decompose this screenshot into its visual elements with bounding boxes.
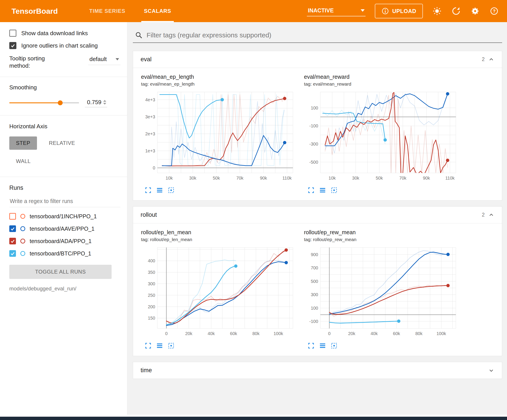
upload-button[interactable]: UPLOAD: [375, 4, 423, 18]
status-label: INACTIVE: [308, 7, 334, 14]
slider-thumb[interactable]: [58, 100, 63, 105]
run-label: tensorboard/AAVE/PPO_1: [30, 226, 95, 232]
section-eval: eval 2 eval/mean_ep_length tag: eval/mea…: [133, 51, 502, 201]
bottom-bar: [0, 417, 507, 420]
svg-text:110k: 110k: [445, 176, 455, 180]
section-time-header[interactable]: time: [133, 362, 502, 379]
run-checkbox[interactable]: [9, 238, 16, 244]
help-icon[interactable]: ?: [489, 6, 499, 16]
show-download-links-checkbox[interactable]: Show data download links: [9, 30, 120, 37]
expand-chart-icon[interactable]: [308, 342, 315, 349]
smoothing-slider[interactable]: [9, 102, 79, 103]
run-checkbox[interactable]: [9, 250, 16, 257]
chevron-up-icon[interactable]: [488, 56, 494, 62]
chart-rollout-ep-len-mean: rollout/ep_len_mean tag: rollout/ep_len_…: [141, 229, 296, 349]
svg-text:500: 500: [311, 279, 318, 284]
upload-label: UPLOAD: [392, 8, 416, 14]
svg-text:110k: 110k: [282, 176, 292, 180]
toggle-all-runs-button[interactable]: TOGGLE ALL RUNS: [9, 265, 112, 279]
svg-text:0: 0: [153, 165, 155, 170]
svg-text:700: 700: [311, 265, 318, 270]
fit-domain-icon[interactable]: [168, 187, 175, 194]
chart-tag: tag: rollout/ep_rew_mean: [304, 237, 459, 242]
expand-chart-icon[interactable]: [145, 342, 152, 349]
haxis-wall-button[interactable]: WALL: [9, 155, 37, 168]
run-row-1inch[interactable]: tensorboard/1INCH/PPO_1: [9, 213, 120, 220]
show-download-links-label: Show data download links: [21, 30, 88, 37]
ignore-outliers-label: Ignore outliers in chart scaling: [21, 42, 98, 49]
chart-canvas[interactable]: 020k40k60k80k100k900700500300100-100: [304, 244, 459, 340]
run-checkbox[interactable]: [9, 213, 16, 220]
settings-gear-icon[interactable]: [470, 6, 480, 16]
fit-domain-icon[interactable]: [331, 187, 338, 194]
runs-table-icon[interactable]: [319, 187, 326, 194]
run-row-aave[interactable]: tensorboard/AAVE/PPO_1: [9, 225, 120, 232]
svg-text:300: 300: [311, 292, 318, 297]
expand-chart-icon[interactable]: [308, 187, 315, 194]
chart-tag: tag: eval/mean_ep_length: [141, 81, 296, 87]
chart-tag: tag: eval/mean_reward: [304, 81, 459, 87]
svg-text:400: 400: [148, 258, 155, 263]
run-label: tensorboard/ADA/PPO_1: [30, 238, 92, 244]
svg-text:90k: 90k: [423, 176, 430, 180]
filter-tags-bar: [133, 30, 502, 43]
checkbox-checked-icon: [9, 42, 16, 49]
search-icon: [135, 31, 143, 39]
section-rollout: rollout 2 rollout/ep_len_mean tag: rollo…: [133, 206, 502, 356]
haxis-relative-button[interactable]: RELATIVE: [42, 137, 82, 150]
run-label: tensorboard/1INCH/PPO_1: [30, 213, 97, 220]
svg-text:100: 100: [311, 105, 318, 110]
run-color-circle-icon: [20, 251, 25, 256]
smoothing-label: Smoothing: [9, 84, 120, 91]
runs-table-icon[interactable]: [156, 342, 163, 349]
haxis-step-button[interactable]: STEP: [9, 137, 37, 150]
svg-text:30k: 30k: [352, 176, 359, 180]
runs-table-icon[interactable]: [319, 342, 326, 349]
run-row-btc[interactable]: tensorboard/BTC/PPO_1: [9, 250, 120, 257]
filter-tags-input[interactable]: [147, 31, 501, 39]
section-eval-header[interactable]: eval 2: [133, 51, 502, 68]
ignore-outliers-checkbox[interactable]: Ignore outliers in chart scaling: [9, 42, 120, 49]
fit-domain-icon[interactable]: [331, 342, 338, 349]
chart-canvas[interactable]: 020k40k60k80k100k150200250300350400: [141, 244, 296, 340]
svg-text:70k: 70k: [399, 176, 407, 180]
chart-canvas[interactable]: 10k30k50k70k90k110k01e+32e+33e+34e+3: [141, 89, 296, 185]
chevron-down-icon[interactable]: [488, 367, 494, 373]
chevron-down-icon: [361, 9, 365, 12]
spinner-arrows-icon[interactable]: [103, 100, 106, 105]
chevron-up-icon[interactable]: [488, 212, 494, 218]
tab-scalars[interactable]: SCALARS: [141, 0, 174, 22]
brightness-icon[interactable]: [432, 6, 442, 16]
status-dropdown[interactable]: INACTIVE: [307, 6, 366, 16]
chart-title: rollout/ep_rew_mean: [304, 229, 459, 235]
tab-time-series[interactable]: TIME SERIES: [87, 0, 128, 22]
fit-domain-icon[interactable]: [168, 342, 175, 349]
tooltip-sorting-dropdown[interactable]: default: [88, 55, 120, 65]
svg-text:-500: -500: [309, 160, 318, 165]
svg-text:40k: 40k: [371, 331, 378, 336]
runs-filter-input[interactable]: [9, 197, 120, 207]
svg-text:-300: -300: [309, 142, 318, 146]
smoothing-value: 0.759: [87, 99, 101, 106]
refresh-icon[interactable]: [451, 6, 461, 16]
app-title: TensorBoard: [12, 7, 58, 15]
section-rollout-header[interactable]: rollout 2: [133, 207, 502, 223]
chart-title: eval/mean_ep_length: [141, 74, 296, 80]
smoothing-value-input[interactable]: 0.759: [85, 98, 107, 107]
run-row-ada[interactable]: tensorboard/ADA/PPO_1: [9, 238, 120, 244]
horizontal-axis-label: Horizontal Axis: [9, 123, 120, 130]
svg-text:100k: 100k: [437, 331, 446, 336]
chart-canvas[interactable]: 10k30k50k70k90k110k100-100-300-500: [304, 89, 459, 185]
runs-path-label: models/debugged_eval_run/: [9, 286, 120, 292]
svg-text:50k: 50k: [376, 176, 383, 180]
expand-chart-icon[interactable]: [145, 187, 152, 194]
run-checkbox[interactable]: [9, 225, 16, 232]
settings-sidebar: Show data download links Ignore outliers…: [0, 22, 127, 420]
svg-text:90k: 90k: [260, 176, 267, 180]
run-color-circle-icon: [20, 239, 25, 243]
svg-text:30k: 30k: [189, 176, 197, 180]
svg-text:-100: -100: [309, 124, 318, 128]
runs-table-icon[interactable]: [156, 187, 163, 194]
svg-text:150: 150: [148, 316, 155, 320]
svg-text:70k: 70k: [236, 176, 244, 180]
